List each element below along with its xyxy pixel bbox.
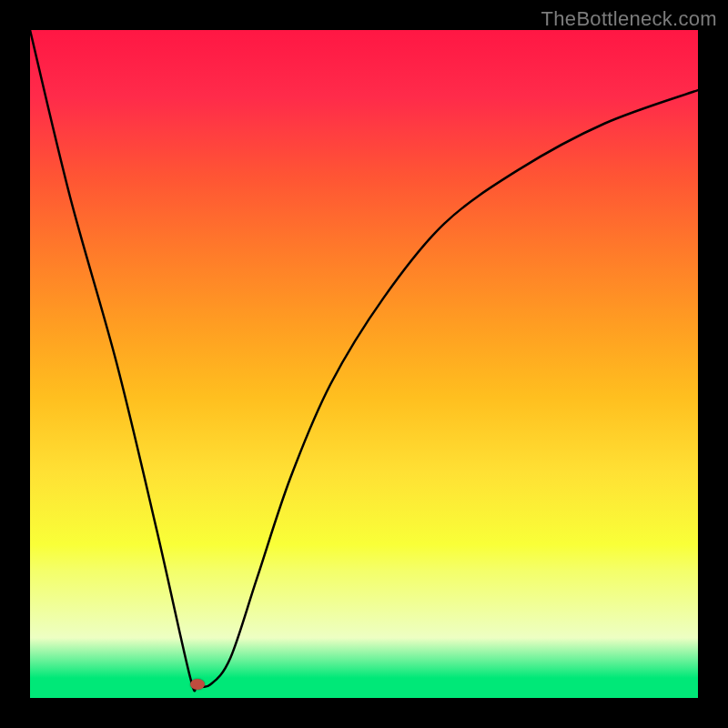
bottleneck-marker xyxy=(190,679,205,690)
chart-plot-area xyxy=(30,30,698,698)
bottleneck-curve xyxy=(30,30,698,698)
chart-frame: TheBottleneck.com xyxy=(0,0,728,728)
watermark-label: TheBottleneck.com xyxy=(541,7,717,31)
